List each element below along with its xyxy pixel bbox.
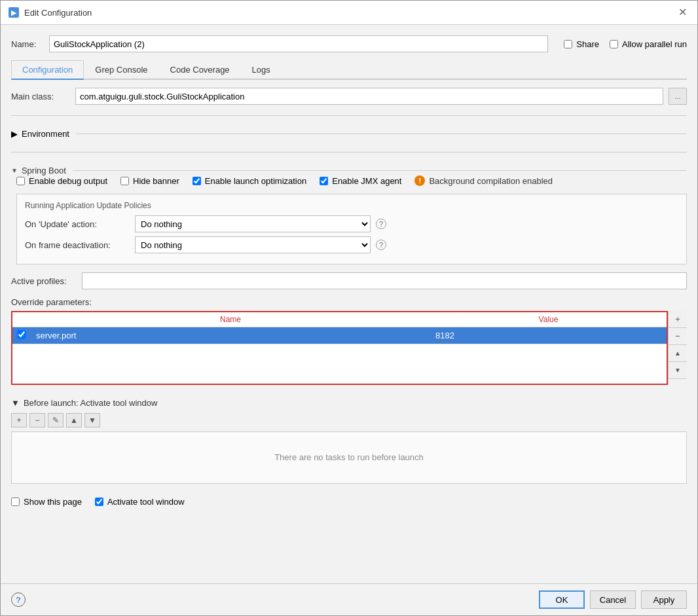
main-class-row: Main class: ... <box>11 88 687 105</box>
move-parameter-up-button[interactable]: ▲ <box>669 345 687 362</box>
row-checkbox[interactable] <box>17 330 26 339</box>
name-row: Name: Share Allow parallel run <box>11 35 687 52</box>
share-checkbox[interactable] <box>564 40 572 48</box>
move-parameter-down-button[interactable]: ▼ <box>669 362 687 379</box>
allow-parallel-checkbox[interactable] <box>610 40 618 48</box>
ok-button[interactable]: OK <box>539 590 585 609</box>
before-launch-edit-button[interactable]: ✎ <box>48 413 64 427</box>
spring-boot-checkboxes: Enable debug output Hide banner Enable l… <box>16 175 687 186</box>
before-launch-header[interactable]: ▼ Before launch: Activate tool window <box>11 398 687 408</box>
on-update-label: On 'Update' action: <box>25 219 130 229</box>
enable-launch-optimization-label: Enable launch optimization <box>205 176 306 186</box>
cancel-button[interactable]: Cancel <box>590 590 636 609</box>
help-button[interactable]: ? <box>11 592 26 607</box>
on-frame-deactivation-help-icon[interactable]: ? <box>376 240 386 250</box>
hide-banner-checkbox[interactable] <box>120 177 129 185</box>
allow-parallel-checkbox-row: Allow parallel run <box>610 39 687 49</box>
dialog-title: Edit Configuration <box>24 8 92 18</box>
running-app-policies-box: Running Application Update Policies On '… <box>16 194 687 264</box>
on-update-help-icon[interactable]: ? <box>376 219 386 229</box>
override-table-area: Name Value server.port 8182 <box>11 311 668 385</box>
dialog-icon: ▶ <box>9 7 19 18</box>
separator-1 <box>11 115 687 116</box>
enable-debug-output-checkbox[interactable] <box>16 177 25 185</box>
on-update-row: On 'Update' action: Do nothing Update cl… <box>25 215 678 232</box>
show-this-page-checkbox[interactable] <box>11 498 20 506</box>
background-compilation-label: Background compilation enabled <box>429 176 553 186</box>
on-update-select[interactable]: Do nothing Update classes and resources … <box>135 215 371 232</box>
override-parameters-section: Override parameters: Name Value <box>11 297 687 385</box>
active-profiles-input[interactable] <box>82 272 687 289</box>
before-launch-move-down-button[interactable]: ▼ <box>84 413 100 427</box>
name-label: Name: <box>11 39 44 49</box>
spring-boot-header[interactable]: ▼ Spring Boot <box>11 166 687 175</box>
no-tasks-message: There are no tasks to run before launch <box>11 431 687 484</box>
name-right: Share Allow parallel run <box>564 39 687 49</box>
hide-banner-label: Hide banner <box>133 176 179 186</box>
main-class-label: Main class: <box>11 92 70 101</box>
title-bar: ▶ Edit Configuration ✕ <box>1 1 697 25</box>
spring-boot-section: ▼ Spring Boot Enable debug output Hide b… <box>11 163 687 186</box>
bottom-checkboxes: Show this page Activate tool window <box>11 497 687 507</box>
environment-divider <box>76 134 687 134</box>
add-parameter-button[interactable]: + <box>669 311 687 328</box>
tab-code-coverage[interactable]: Code Coverage <box>159 60 241 79</box>
tab-configuration[interactable]: Configuration <box>11 60 84 80</box>
title-bar-left: ▶ Edit Configuration <box>9 7 92 18</box>
on-frame-deactivation-row: On frame deactivation: Do nothing Update… <box>25 236 678 253</box>
apply-button[interactable]: Apply <box>641 590 687 609</box>
before-launch-move-up-button[interactable]: ▲ <box>66 413 82 427</box>
name-input[interactable] <box>49 35 548 52</box>
before-launch-section: ▼ Before launch: Activate tool window + … <box>11 398 687 484</box>
dialog-footer: ? OK Cancel Apply <box>1 583 697 615</box>
before-launch-add-button[interactable]: + <box>11 413 27 427</box>
spring-boot-label: Spring Boot <box>22 166 66 175</box>
spring-boot-divider <box>73 170 687 171</box>
environment-label: Environment <box>22 129 69 139</box>
footer-left: ? <box>11 592 26 607</box>
before-launch-toolbar: + − ✎ ▲ ▼ <box>11 413 687 427</box>
tab-grep-console[interactable]: Grep Console <box>84 60 158 79</box>
remove-parameter-button[interactable]: − <box>669 328 687 345</box>
override-table-container: Name Value server.port 8182 <box>11 311 687 385</box>
share-label: Share <box>576 39 599 49</box>
table-side-buttons: + − ▲ ▼ <box>668 311 687 385</box>
activate-tool-window-row: Activate tool window <box>95 497 185 507</box>
policies-title: Running Application Update Policies <box>25 201 678 210</box>
enable-launch-optimization-row: Enable launch optimization <box>193 176 306 186</box>
share-checkbox-row: Share <box>564 39 599 49</box>
table-row[interactable]: server.port 8182 <box>12 327 667 344</box>
environment-arrow: ▶ <box>11 129 18 139</box>
allow-parallel-label: Allow parallel run <box>622 39 687 49</box>
warning-icon: ! <box>414 175 425 186</box>
edit-configuration-dialog: ▶ Edit Configuration ✕ Name: Share Allow… <box>0 0 698 616</box>
main-class-browse-button[interactable]: ... <box>669 88 687 105</box>
col-name-header: Name <box>31 312 430 327</box>
before-launch-label: Before launch: Activate tool window <box>24 398 158 408</box>
active-profiles-row: Active profiles: <box>11 272 687 289</box>
show-this-page-label: Show this page <box>24 497 82 507</box>
on-frame-deactivation-select[interactable]: Do nothing Update classes and resources … <box>135 236 371 253</box>
empty-table-row <box>12 344 667 384</box>
background-compilation-warning: ! Background compilation enabled <box>414 175 553 186</box>
close-button[interactable]: ✕ <box>676 6 689 19</box>
environment-section-header[interactable]: ▶ Environment <box>11 126 687 141</box>
col-value-header: Value <box>430 312 667 327</box>
on-frame-deactivation-label: On frame deactivation: <box>25 240 130 250</box>
separator-2 <box>11 152 687 153</box>
tab-logs[interactable]: Logs <box>241 60 282 79</box>
enable-jmx-agent-checkbox[interactable] <box>320 177 328 185</box>
dialog-content: Name: Share Allow parallel run Configura… <box>1 25 697 583</box>
override-table: Name Value server.port 8182 <box>12 312 667 384</box>
hide-banner-row: Hide banner <box>120 176 179 186</box>
enable-jmx-agent-label: Enable JMX agent <box>332 176 401 186</box>
activate-tool-window-checkbox[interactable] <box>95 498 103 506</box>
enable-debug-output-label: Enable debug output <box>29 176 107 186</box>
override-parameters-label: Override parameters: <box>11 297 687 307</box>
row-name-cell: server.port <box>31 327 430 344</box>
main-class-input[interactable] <box>75 88 663 105</box>
before-launch-remove-button[interactable]: − <box>29 413 45 427</box>
enable-launch-optimization-checkbox[interactable] <box>193 177 201 185</box>
enable-debug-output-row: Enable debug output <box>16 176 107 186</box>
activate-tool-window-label: Activate tool window <box>107 497 185 507</box>
